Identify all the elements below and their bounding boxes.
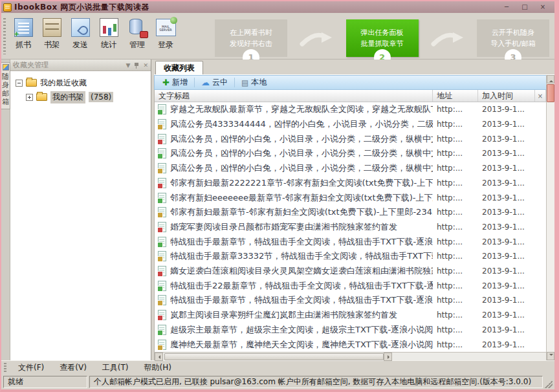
status-message: 个人邮箱帐户模式已启用, 已联接 pulsar@163.com 帐户中所有邮箱空… xyxy=(89,376,543,388)
scroll-down-icon[interactable] xyxy=(547,352,554,360)
row-title: 特战狙击手最新章节，特战狙击手全文阅读，特战狙击手TXT下载-逐浪小... xyxy=(170,294,433,306)
row-url: http:... xyxy=(433,120,478,129)
horizontal-scrollbar[interactable] xyxy=(155,352,546,360)
cloud-button[interactable]: ☁ 云中 xyxy=(197,76,232,89)
banner-step-2: 弹出任务面板 批量抓取章节 2 xyxy=(346,19,419,57)
local-folder-icon: ▤ xyxy=(241,78,248,87)
manage-button[interactable]: 管理 xyxy=(123,16,151,57)
send-icon xyxy=(71,17,91,38)
tab-bar: 收藏列表 xyxy=(154,60,554,75)
table-row[interactable]: 特战狙击手最新章节，特战狙击手全文阅读，特战狙击手TXT下载-逐浪小... ht… xyxy=(155,234,546,249)
row-url: http:... xyxy=(433,296,478,305)
column-header-title[interactable]: 文字标题 xyxy=(155,90,433,102)
plus-icon: ✚ xyxy=(162,78,170,87)
portable-mail-vertical-tab[interactable]: 随身邮箱 xyxy=(1,62,10,109)
collapse-icon[interactable] xyxy=(16,80,23,87)
expand-icon[interactable] xyxy=(26,94,33,101)
row-title: 邻家有新妇eeeeeee最新章节-邻家有新妇全文阅读(txt免费下载)-上下里.… xyxy=(170,192,433,204)
menu-help[interactable]: 帮助(H) xyxy=(138,361,181,375)
doc-icon xyxy=(158,119,166,129)
doc-icon xyxy=(158,193,166,203)
menu-bar: 文件(F) 查看(V) 工具(T) 帮助(H) xyxy=(1,360,554,374)
left-edge-strip: 随身邮箱 xyxy=(1,60,10,360)
table-row[interactable]: 岚郡主阅读目录寒朔纤尘魔幻岚郡主由潇湘书院独家签约首发 http:... 201… xyxy=(155,308,546,323)
horizontal-scroll-thumb[interactable] xyxy=(164,353,384,360)
tab-favorites-list[interactable]: 收藏列表 xyxy=(155,61,203,74)
doc-icon xyxy=(158,222,166,232)
menubar-grip[interactable] xyxy=(4,363,6,372)
statistics-button[interactable]: 统计 xyxy=(94,16,123,57)
row-url: http:... xyxy=(433,179,478,188)
row-title: 邻家有新妇最新章节-邻家有新妇全文阅读(txt免费下载)-上下里郎-2345..… xyxy=(170,206,433,218)
add-button[interactable]: ✚ 新增 xyxy=(159,76,192,89)
menu-file[interactable]: 文件(F) xyxy=(12,361,53,375)
table-row[interactable]: 特战狙击手22最新章节，特战狙击手全文阅读，特战狙击手TXT下载-逐浪... h… xyxy=(155,278,546,293)
column-header-url[interactable]: 地址 xyxy=(433,90,478,102)
scroll-left-icon[interactable] xyxy=(155,353,163,361)
favorites-tree: 我的最近收藏 我的书架 (758) xyxy=(10,71,151,109)
toolbar-grip[interactable] xyxy=(3,18,6,54)
chevron-down-icon[interactable]: ▼ xyxy=(126,62,131,69)
row-date: 2013-9-1... xyxy=(478,310,535,320)
pin-icon[interactable] xyxy=(134,63,139,68)
row-title: 风流公务员，凶悍的小白兔，小说目录，小说分类，二级分类，纵横中文... xyxy=(170,133,433,145)
manage-icon xyxy=(127,17,148,38)
send-button[interactable]: 发送 xyxy=(66,16,94,57)
menu-tools[interactable]: 工具(T) xyxy=(96,361,138,375)
table-row[interactable]: 风流公务员，凶悍的小白兔，小说目录，小说分类，二级分类，纵横中文... http… xyxy=(155,146,546,161)
promo-banner: 在上网看书时 发现好书右击 1 弹出任务面板 批量抓取章节 2 云开手机随身 xyxy=(215,17,549,60)
folder-icon xyxy=(36,93,47,101)
row-date: 2013-9-1... xyxy=(478,120,535,129)
row-title: 穿越之无敌舰队最新章节，穿越之无敌舰队全文阅读，穿越之无敌舰队TX... xyxy=(170,103,433,115)
doc-icon xyxy=(158,178,166,188)
grab-book-button[interactable]: + 抓书 xyxy=(9,16,38,57)
table-row[interactable]: 嫡女逆袭白莲滚粗阅读目录火灵凤架空嫡女逆袭白莲滚粗由潇湘书院独家... http… xyxy=(155,264,546,279)
row-date: 2013-9-1... xyxy=(478,105,535,114)
row-url: http:... xyxy=(433,105,478,114)
scroll-up-icon[interactable] xyxy=(547,75,554,83)
table-row[interactable]: 邻家有新妇最新2222221章节-邻家有新妇全文阅读(txt免费下载)-上下里.… xyxy=(155,176,546,191)
table-row[interactable]: 超级宗主最新章节，超级宗主全文阅读，超级宗主TXT下载-逐浪小说阅读... ht… xyxy=(155,323,546,338)
bookshelf-button[interactable]: 书架 xyxy=(38,16,66,57)
grid-body: 穿越之无敌舰队最新章节，穿越之无敌舰队全文阅读，穿越之无敌舰队TX... htt… xyxy=(155,102,546,352)
column-header-date[interactable]: 加入时间 xyxy=(478,90,535,102)
row-date: 2013-9-1... xyxy=(478,340,535,349)
table-row[interactable]: 风流公务员，凶悍的小白兔，小说目录，小说分类，二级分类，纵横中文... http… xyxy=(155,131,546,146)
status-ready: 就绪 xyxy=(3,376,87,388)
table-row[interactable]: 风流公务员4333344444，凶悍的小白兔，小说目录，小说分类，二级分类...… xyxy=(155,117,546,132)
table-row[interactable]: 风流公务员，凶悍的小白兔，小说目录，小说分类，二级分类，纵横中文... http… xyxy=(155,161,546,176)
local-button[interactable]: ▤ 本地 xyxy=(237,76,270,89)
scroll-right-icon[interactable] xyxy=(384,353,392,361)
grab-book-icon: + xyxy=(14,17,34,38)
doc-icon xyxy=(158,325,166,335)
table-row[interactable]: 特战狙击手最新章33332节，特战狙击手全文阅读，特战狙击手TXT下载-逐...… xyxy=(155,249,546,264)
table-row[interactable]: 特战狙击手最新章节，特战狙击手全文阅读，特战狙击手TXT下载-逐浪小... ht… xyxy=(155,293,546,308)
cloud-icon: ☁ xyxy=(201,78,210,87)
vertical-scrollbar[interactable] xyxy=(546,75,554,360)
app-icon xyxy=(3,3,12,12)
sidebar-close-icon[interactable]: ✕ xyxy=(143,62,148,69)
table-row[interactable]: 邻家有新妇eeeeeee最新章节-邻家有新妇全文阅读(txt免费下载)-上下里.… xyxy=(155,190,546,205)
table-row[interactable]: 邻家有新妇最新章节-邻家有新妇全文阅读(txt免费下载)-上下里郎-2345..… xyxy=(155,205,546,220)
minimize-button[interactable]: ─ xyxy=(501,3,512,12)
table-row[interactable]: 婚宠军妻阅读目录吕颜都市婚宠军妻由潇湘书院独家签约首发 http:... 201… xyxy=(155,220,546,235)
favorites-sidebar: 收藏夹管理 ▼ ✕ 我的最近收藏 xyxy=(10,60,151,360)
doc-icon xyxy=(158,163,166,173)
tree-item-recent-favorites[interactable]: 我的最近收藏 xyxy=(12,76,149,90)
row-date: 2013-9-1... xyxy=(478,252,535,261)
table-row[interactable]: 魔神绝天最新章节，魔神绝天全文阅读，魔神绝天TXT下载-逐浪小说阅读... ht… xyxy=(155,337,546,352)
close-button[interactable]: × xyxy=(537,3,549,12)
main-toolbar: + 抓书 书架 发送 统计 管理 xyxy=(1,13,554,60)
tree-item-my-bookshelf[interactable]: 我的书架 (758) xyxy=(12,90,149,104)
menu-view[interactable]: 查看(V) xyxy=(53,361,96,375)
row-title: 风流公务员4333344444，凶悍的小白兔，小说目录，小说分类，二级分类... xyxy=(170,118,433,130)
column-options-button[interactable]: × xyxy=(535,90,546,102)
resize-grip[interactable] xyxy=(545,380,553,388)
maximize-button[interactable]: □ xyxy=(519,3,531,12)
login-button[interactable]: MAIL SERVER 登录 xyxy=(151,16,180,57)
row-url: http:... xyxy=(433,135,478,144)
app-window: IbookBox 网页小说批量下载阅读器 ─ □ × + 抓书 书架 xyxy=(0,0,559,392)
table-row[interactable]: 穿越之无敌舰队最新章节，穿越之无敌舰队全文阅读，穿越之无敌舰队TX... htt… xyxy=(155,102,546,117)
vertical-scroll-thumb[interactable] xyxy=(547,84,554,102)
row-date: 2013-9-1... xyxy=(478,208,535,217)
